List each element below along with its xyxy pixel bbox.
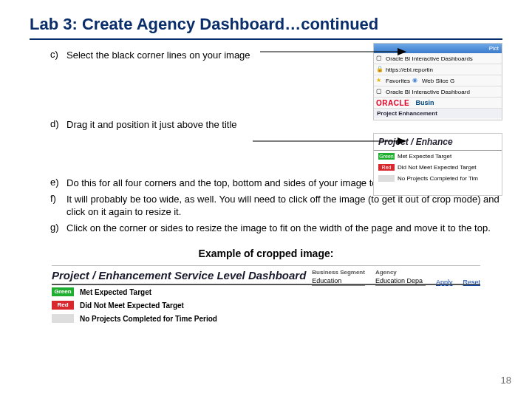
- example-label: Example of cropped image:: [30, 248, 502, 259]
- filter-col1-label: Business Segment: [312, 269, 365, 276]
- thumbnail-c: Pict ▢Oracle BI Interactive Dashboards 🔒…: [373, 43, 502, 120]
- tab-icon: ▢: [376, 88, 383, 95]
- legend-red-text: Did Not Meet Expected Target: [80, 301, 184, 310]
- filter-col2-value: Education Depa: [375, 277, 426, 286]
- thumb-c-proj: Project Enhancement: [374, 109, 502, 118]
- legend-red-badge: Red: [52, 301, 74, 310]
- thumbnail-d: Project / Enhance GreenMet Expected Targ…: [373, 133, 502, 196]
- step-c-letter: c): [50, 49, 66, 60]
- thumb-c-row4: Oracle BI Interactive Dashboard: [386, 89, 470, 95]
- lock-icon: 🔒: [376, 66, 383, 73]
- thumb-d-gray-text: No Projects Completed for Tim: [398, 175, 478, 182]
- thumb-c-fav: Favorites: [386, 78, 410, 84]
- legend-green-badge: Green: [52, 287, 74, 296]
- step-g-letter: g): [50, 222, 66, 233]
- legend-gray-badge: [52, 314, 74, 323]
- thumb-d-gray: [378, 175, 395, 182]
- page-number: 18: [501, 375, 511, 386]
- thumb-c-slice: Web Slice G: [422, 78, 454, 84]
- thumb-c-row2: https://ebi.reportin: [386, 66, 433, 73]
- thumb-d-green-text: Met Expected Target: [398, 153, 451, 160]
- thumb-c-topbar: Pict: [374, 44, 502, 53]
- legend-green-text: Met Expected Target: [80, 288, 151, 296]
- thumb-d-red-text: Did Not Meet Expected Target: [398, 164, 477, 171]
- step-d-letter: d): [50, 118, 66, 129]
- step-f-letter: f): [50, 193, 66, 204]
- step-g-text: Click on the corner or sides to resize t…: [66, 222, 502, 235]
- apply-link: Apply: [436, 279, 453, 286]
- legend-gray-text: No Projects Completed for Time Period: [80, 315, 217, 323]
- star-icon: ★: [376, 77, 383, 84]
- step-f-text: It will probably be too wide, as well. Y…: [66, 193, 502, 219]
- thumb-c-busi: Busin: [415, 99, 434, 106]
- thumb-d-green: Green: [378, 153, 395, 160]
- thumb-c-row1: Oracle BI Interactive Dashboards: [386, 55, 473, 62]
- example-cropped-image: Project / Enhancement Service Level Dash…: [52, 265, 480, 318]
- page-title: Lab 3: Create Agency Dashboard…continued: [30, 15, 502, 40]
- globe-icon: ◉: [412, 77, 420, 84]
- doc-icon: ▢: [376, 55, 383, 62]
- thumb-d-header: Project / Enhance: [374, 134, 502, 151]
- step-e-letter: e): [50, 177, 66, 188]
- oracle-logo: ORACLE: [376, 99, 409, 107]
- filter-col1-value: Education: [312, 277, 365, 286]
- thumb-d-red: Red: [378, 164, 395, 171]
- reset-link: Reset: [463, 279, 480, 286]
- filter-col2-label: Agency: [375, 269, 426, 276]
